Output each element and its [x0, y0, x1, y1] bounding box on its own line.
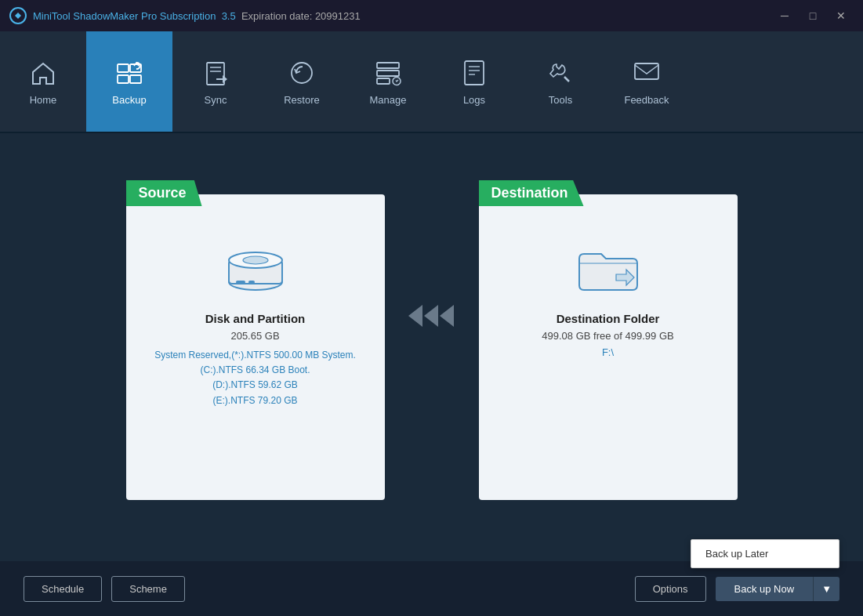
source-title: Disk and Partition: [205, 312, 306, 325]
destination-panel[interactable]: Destination Destination Folder 499.08 GB…: [479, 194, 738, 500]
svg-rect-5: [207, 63, 224, 85]
source-info: System Reserved,(*:).NTFS 500.00 MB Syst…: [154, 348, 356, 408]
svg-rect-3: [118, 75, 129, 83]
minimize-button[interactable]: ─: [772, 5, 797, 27]
destination-label: Destination: [479, 180, 584, 206]
svg-point-8: [292, 63, 312, 83]
source-panel[interactable]: Source Disk and Partition 205.65 GB Syst…: [126, 194, 385, 500]
destination-free: 499.08 GB free of 499.99 GB: [542, 330, 673, 342]
nav-label-restore: Restore: [284, 94, 320, 106]
svg-rect-10: [377, 71, 399, 76]
nav-item-restore[interactable]: Restore: [259, 31, 345, 132]
app-logo: [9, 7, 27, 24]
nav-item-logs[interactable]: Logs: [431, 31, 517, 132]
svg-rect-1: [118, 64, 129, 72]
backup-now-button[interactable]: Back up Now: [716, 577, 814, 601]
nav-item-backup[interactable]: Backup: [86, 31, 172, 132]
destination-title: Destination Folder: [557, 312, 660, 325]
source-disk-icon: [220, 241, 291, 299]
destination-folder-icon: [573, 241, 644, 299]
svg-rect-13: [465, 61, 484, 85]
nav-item-home[interactable]: Home: [0, 31, 86, 132]
options-button[interactable]: Options: [635, 576, 706, 602]
source-card: Disk and Partition 205.65 GB System Rese…: [126, 194, 385, 500]
source-size: 205.65 GB: [230, 330, 279, 342]
backup-dropdown-menu: Back up Later: [691, 539, 839, 568]
svg-rect-4: [130, 75, 141, 83]
destination-card: Destination Folder 499.08 GB free of 499…: [479, 194, 738, 500]
nav-item-feedback[interactable]: Feedback: [604, 31, 690, 132]
svg-rect-22: [236, 281, 245, 284]
nav-label-home: Home: [30, 94, 57, 106]
close-button[interactable]: ✕: [829, 5, 854, 27]
nav-label-sync: Sync: [205, 94, 227, 106]
svg-rect-23: [248, 281, 255, 284]
nav-label-backup: Backup: [112, 94, 146, 106]
destination-path: F:\: [602, 346, 614, 358]
nav-item-tools[interactable]: Tools: [517, 31, 604, 132]
nav-label-manage: Manage: [370, 94, 407, 106]
nav-label-tools: Tools: [549, 94, 572, 106]
svg-rect-17: [635, 63, 658, 79]
app-title: MiniTool ShadowMaker Pro Subscription 3.…: [33, 10, 772, 22]
svg-rect-11: [377, 78, 390, 84]
scheme-button[interactable]: Scheme: [111, 576, 185, 602]
backup-later-item[interactable]: Back up Later: [691, 540, 839, 567]
svg-rect-9: [377, 63, 399, 68]
svg-point-21: [243, 256, 268, 264]
nav-label-feedback: Feedback: [624, 94, 669, 106]
nav-label-logs: Logs: [463, 94, 485, 106]
schedule-button[interactable]: Schedule: [24, 576, 102, 602]
backup-button-group: Back up Now ▼ Back up Later: [716, 577, 839, 601]
titlebar: MiniTool ShadowMaker Pro Subscription 3.…: [0, 0, 863, 31]
restore-button[interactable]: □: [800, 5, 825, 27]
nav-item-sync[interactable]: Sync: [172, 31, 259, 132]
bottombar: Schedule Scheme Options Back up Now ▼ Ba…: [0, 561, 863, 616]
source-label: Source: [126, 180, 202, 206]
main-content: Source Disk and Partition 205.65 GB Syst…: [0, 133, 863, 561]
direction-arrow: [385, 316, 479, 379]
navbar: Home Backup Sync Restore: [0, 31, 863, 133]
backup-dropdown-button[interactable]: ▼: [814, 577, 839, 601]
nav-item-manage[interactable]: Manage: [345, 31, 431, 132]
